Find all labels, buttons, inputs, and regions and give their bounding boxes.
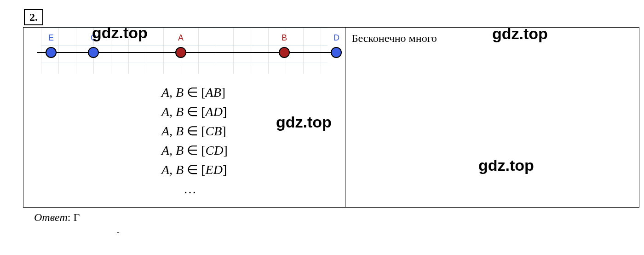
math-set: ED	[206, 162, 223, 177]
point-e	[46, 47, 57, 58]
point-label-d: D	[334, 33, 339, 43]
point-b	[279, 47, 290, 58]
answer-label: Ответ	[34, 211, 68, 223]
bracket-close: ]	[223, 104, 227, 119]
point-a	[175, 47, 186, 58]
bracket-open: [	[201, 85, 205, 99]
math-line-4: A, B ∈ [CD]	[161, 141, 345, 160]
point-label-b: B	[282, 33, 287, 43]
bracket-close: ]	[222, 124, 226, 138]
math-line-3: A, B ∈ [CB]	[161, 122, 345, 141]
math-line-5: A, B ∈ [ED]	[161, 160, 345, 180]
page-wrapper: gdz.top gdz.top gdz.top gdz.top gdz.top …	[9, 9, 635, 224]
point-label-a: A	[178, 33, 184, 43]
math-set: AB	[206, 85, 221, 99]
math-rel: ∈	[184, 104, 201, 119]
bracket-close: ]	[223, 162, 227, 177]
watermark: gdz.top	[101, 229, 157, 233]
math-lhs: A, B	[161, 143, 184, 157]
bracket-open: [	[201, 143, 205, 157]
bracket-close: ]	[223, 143, 227, 157]
point-label-c: C	[91, 33, 97, 43]
math-block: A, B ∈ [AB] A, B ∈ [AD] A, B ∈ [CB] A, B…	[23, 74, 345, 207]
math-lhs: A, B	[161, 85, 184, 99]
math-set: AD	[206, 104, 223, 119]
math-set: CB	[206, 124, 222, 138]
bracket-open: [	[201, 124, 205, 138]
point-label-e: E	[48, 33, 54, 43]
solution-right-cell: Бесконечно много	[345, 28, 639, 208]
answer-sep: :	[68, 211, 74, 223]
point-d	[331, 47, 342, 58]
problem-number: 2.	[24, 9, 43, 25]
math-line-2: A, B ∈ [AD]	[161, 102, 345, 122]
math-ellipsis: …	[161, 180, 345, 199]
math-set: CD	[206, 143, 224, 157]
math-rel: ∈	[184, 162, 201, 177]
number-line-diagram: E C A B D	[23, 28, 345, 74]
solution-left-cell: E C A B D A, B ∈ [AB] A,	[23, 28, 345, 208]
math-lhs: A, B	[161, 162, 184, 177]
bracket-close: ]	[221, 85, 225, 99]
answer-value: Г	[73, 211, 80, 223]
bracket-open: [	[201, 104, 205, 119]
bracket-open: [	[201, 162, 205, 177]
answer-line: Ответ: Г	[34, 211, 635, 224]
right-text: Бесконечно много	[352, 32, 437, 44]
solution-table: E C A B D A, B ∈ [AB] A,	[23, 27, 639, 208]
point-c	[88, 47, 99, 58]
math-rel: ∈	[184, 143, 201, 157]
math-rel: ∈	[184, 124, 201, 138]
math-lhs: A, B	[161, 104, 184, 119]
math-lhs: A, B	[161, 124, 184, 138]
math-line-1: A, B ∈ [AB]	[161, 83, 345, 102]
math-rel: ∈	[184, 85, 201, 99]
